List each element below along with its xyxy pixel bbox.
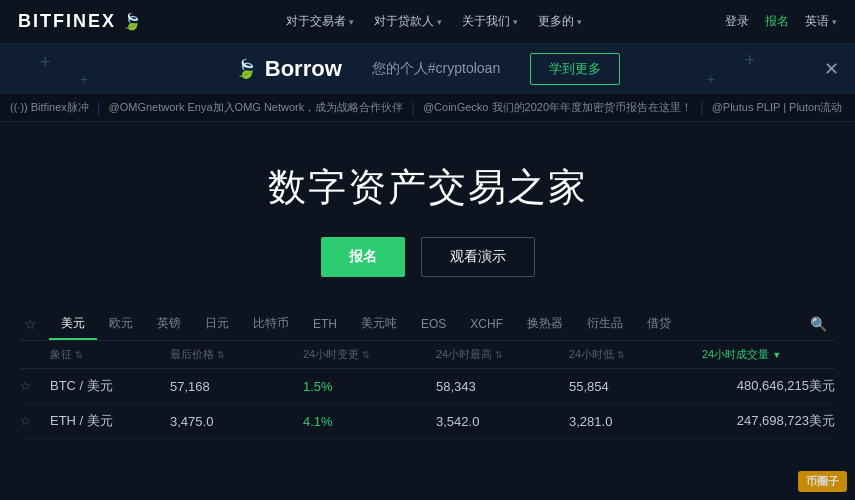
ticker-item-1: @CoinGecko 我们的2020年年度加密货币报告在这里！ [423, 100, 692, 115]
price-eth: 3,475.0 [170, 414, 303, 429]
signup-link[interactable]: 报名 [765, 13, 789, 30]
banner-subtitle: 您的个人#cryptoloan [372, 60, 500, 78]
chevron-down-icon: ▾ [832, 17, 837, 27]
nav-more[interactable]: 更多的 ▾ [538, 13, 582, 30]
close-icon[interactable]: ✕ [824, 58, 839, 80]
chevron-down-icon: ▾ [437, 17, 442, 27]
tab-lending[interactable]: 借贷 [635, 307, 683, 340]
nav-about[interactable]: 关于我们 ▾ [462, 13, 518, 30]
th-change[interactable]: 24小时变更 ⇅ [303, 347, 436, 362]
logo-icon: 🍃 [122, 12, 142, 31]
banner-cta-button[interactable]: 学到更多 [530, 53, 620, 85]
ticker-item-2: @Plutus PLIP | Pluton流动 [712, 100, 843, 115]
language-selector[interactable]: 英语 ▾ [805, 13, 837, 30]
sort-desc-icon: ▼ [772, 350, 781, 360]
tab-xchf[interactable]: XCHF [458, 309, 515, 339]
th-low[interactable]: 24小时低 ⇅ [569, 347, 702, 362]
header-right: 登录 报名 英语 ▾ [725, 13, 837, 30]
ticker-divider: | [700, 100, 704, 116]
tab-gbp[interactable]: 英镑 [145, 307, 193, 340]
tab-jpy[interactable]: 日元 [193, 307, 241, 340]
tab-exchange[interactable]: 换热器 [515, 307, 575, 340]
th-star [20, 347, 50, 362]
signup-button[interactable]: 报名 [321, 237, 405, 277]
watermark: 币圈子 [798, 471, 847, 492]
logo-text: BITFINEX [18, 11, 116, 32]
promo-banner: + + + + 🍃 Borrow 您的个人#cryptoloan 学到更多 ✕ [0, 44, 855, 94]
nav-items: 对于交易者 ▾ 对于贷款人 ▾ 关于我们 ▾ 更多的 ▾ [286, 13, 582, 30]
market-tabs: ☆ 美元 欧元 英镑 日元 比特币 ETH 美元吨 EOS XCHF 换热器 衍… [20, 307, 835, 341]
high-btc: 58,343 [436, 379, 569, 394]
high-eth: 3,542.0 [436, 414, 569, 429]
chevron-down-icon: ▾ [513, 17, 518, 27]
tab-derivatives[interactable]: 衍生品 [575, 307, 635, 340]
symbol-btc[interactable]: BTC / 美元 [50, 377, 170, 395]
deco-cross-3: + [744, 50, 755, 71]
deco-cross-1: + [40, 52, 51, 73]
low-btc: 55,854 [569, 379, 702, 394]
table-header: 象征 ⇅ 最后价格 ⇅ 24小时变更 ⇅ 24小时最高 ⇅ 24小时低 ⇅ 24… [20, 341, 835, 369]
favorite-star-btc[interactable]: ☆ [20, 379, 50, 393]
favorite-star-eth[interactable]: ☆ [20, 414, 50, 428]
sort-icon: ⇅ [617, 350, 625, 360]
header: BITFINEX 🍃 对于交易者 ▾ 对于贷款人 ▾ 关于我们 ▾ 更多的 ▾ … [0, 0, 855, 44]
nav-traders[interactable]: 对于交易者 ▾ [286, 13, 354, 30]
low-eth: 3,281.0 [569, 414, 702, 429]
search-icon[interactable]: 🔍 [802, 308, 835, 340]
ticker-divider: | [97, 100, 101, 116]
deco-cross-2: + [80, 71, 88, 87]
logo-area: BITFINEX 🍃 [18, 11, 142, 32]
th-symbol[interactable]: 象征 ⇅ [50, 347, 170, 362]
tab-usd[interactable]: 美元 [49, 307, 97, 340]
news-ticker: ((·)) Bitfinex脉冲 | @OMGnetwork Enya加入OMG… [0, 94, 855, 122]
change-eth: 4.1% [303, 414, 436, 429]
tab-btc[interactable]: 比特币 [241, 307, 301, 340]
ticker-item-0: @OMGnetwork Enya加入OMG Network，成为战略合作伙伴 [109, 100, 404, 115]
hero-section: 数字资产交易之家 报名 观看演示 [0, 122, 855, 307]
change-btc: 1.5% [303, 379, 436, 394]
th-volume[interactable]: 24小时成交量 ▼ [702, 347, 835, 362]
volume-eth: 247,698,723美元 [702, 412, 835, 430]
sort-icon: ⇅ [495, 350, 503, 360]
favorites-tab-icon[interactable]: ☆ [20, 308, 49, 340]
sort-icon: ⇅ [362, 350, 370, 360]
hero-title: 数字资产交易之家 [268, 162, 588, 213]
chevron-down-icon: ▾ [577, 17, 582, 27]
table-row: ☆ ETH / 美元 3,475.0 4.1% 3,542.0 3,281.0 … [20, 404, 835, 439]
tab-eur[interactable]: 欧元 [97, 307, 145, 340]
tab-eth[interactable]: ETH [301, 309, 349, 339]
volume-btc: 480,646,215美元 [702, 377, 835, 395]
th-price[interactable]: 最后价格 ⇅ [170, 347, 303, 362]
sort-icon: ⇅ [75, 350, 83, 360]
hero-buttons: 报名 观看演示 [321, 237, 535, 277]
borrow-icon: 🍃 [235, 58, 257, 80]
nav-lenders[interactable]: 对于贷款人 ▾ [374, 13, 442, 30]
table-row: ☆ BTC / 美元 57,168 1.5% 58,343 55,854 480… [20, 369, 835, 404]
market-section: ☆ 美元 欧元 英镑 日元 比特币 ETH 美元吨 EOS XCHF 换热器 衍… [0, 307, 855, 439]
sort-icon: ⇅ [217, 350, 225, 360]
symbol-eth[interactable]: ETH / 美元 [50, 412, 170, 430]
banner-borrow-label: 🍃 Borrow [235, 56, 342, 82]
tab-eos[interactable]: EOS [409, 309, 458, 339]
demo-button[interactable]: 观看演示 [421, 237, 535, 277]
ticker-pulse-label: ((·)) Bitfinex脉冲 [10, 100, 89, 115]
tab-usdt[interactable]: 美元吨 [349, 307, 409, 340]
deco-cross-4: + [707, 71, 715, 87]
ticker-divider: | [411, 100, 415, 116]
banner-title: Borrow [265, 56, 342, 82]
price-btc: 57,168 [170, 379, 303, 394]
chevron-down-icon: ▾ [349, 17, 354, 27]
th-high[interactable]: 24小时最高 ⇅ [436, 347, 569, 362]
login-link[interactable]: 登录 [725, 13, 749, 30]
